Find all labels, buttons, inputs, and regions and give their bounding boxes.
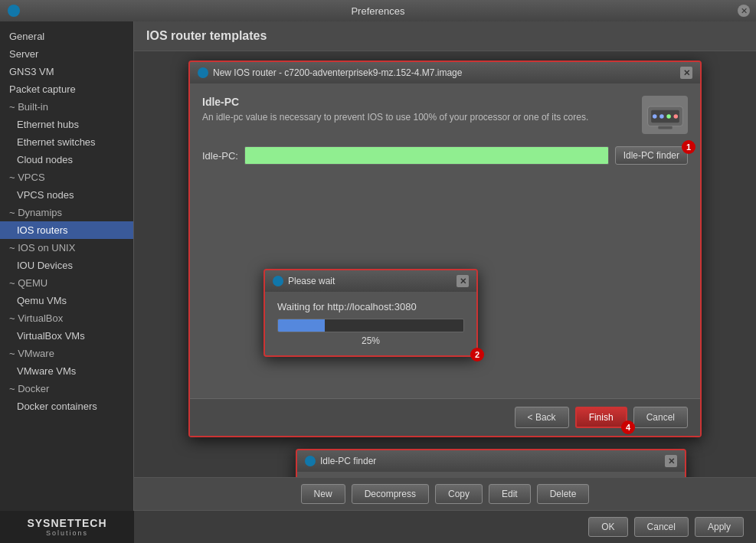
sidebar-item-general[interactable]: General bbox=[0, 28, 133, 45]
logo-area: SYSNETTECH Solutions bbox=[0, 511, 134, 543]
sidebar-item-server[interactable]: Server bbox=[0, 45, 133, 63]
idle-pc-description: An idle-pc value is necessary to prevent… bbox=[202, 111, 633, 124]
ios-router-dialog: New IOS router - c7200-adventerprisek9-m… bbox=[188, 61, 702, 437]
ios-dialog-footer: < Back Finish Cancel 4 bbox=[190, 398, 700, 436]
please-wait-title: Please wait bbox=[288, 276, 335, 286]
app-icon bbox=[8, 5, 20, 17]
sidebar-category-docker: ~ Docker bbox=[0, 380, 133, 397]
idle-pc-input[interactable] bbox=[244, 146, 609, 165]
sidebar-item-qemu-vms[interactable]: Qemu VMs bbox=[0, 292, 133, 309]
step-1-badge: 1 bbox=[682, 140, 695, 154]
decompress-button[interactable]: Decompress bbox=[352, 484, 429, 504]
ios-dialog-titlebar: New IOS router - c7200-adventerprisek9-m… bbox=[190, 62, 700, 83]
sidebar-item-iou-devices[interactable]: IOU Devices bbox=[0, 257, 133, 274]
idle-finder-close[interactable]: ✕ bbox=[665, 455, 677, 467]
idle-pc-label: Idle-PC: bbox=[202, 150, 238, 162]
svg-point-5 bbox=[673, 114, 678, 119]
svg-point-4 bbox=[666, 114, 671, 119]
new-button[interactable]: New bbox=[301, 484, 345, 504]
sidebar-item-virtualbox-vms[interactable]: VirtualBox VMs bbox=[0, 327, 133, 345]
logo-main: SYSNETTECH bbox=[9, 517, 125, 529]
router-svg-icon bbox=[644, 98, 686, 132]
sidebar-category-dynamips: ~ Dynamips bbox=[0, 204, 133, 221]
idle-finder-titlebar: Idle-PC finder ✕ bbox=[297, 450, 685, 472]
progress-bar-fill bbox=[278, 319, 325, 332]
please-wait-icon bbox=[273, 276, 283, 286]
idle-pc-finder-button[interactable]: Idle-PC finder bbox=[615, 146, 688, 165]
please-wait-titlebar: Please wait ✕ bbox=[265, 270, 476, 292]
bottom-action-buttons: OK Cancel Apply bbox=[134, 510, 756, 543]
svg-point-3 bbox=[659, 114, 664, 119]
sidebar-item-packet-capture[interactable]: Packet capture bbox=[0, 80, 133, 98]
sidebar-item-ethernet-hubs[interactable]: Ethernet hubs bbox=[0, 116, 133, 133]
sidebar-item-vmware-vms[interactable]: VMware VMs bbox=[0, 362, 133, 380]
sidebar-category-vpcs: ~ VPCS bbox=[0, 168, 133, 186]
sidebar-item-ethernet-switches[interactable]: Ethernet switches bbox=[0, 133, 133, 151]
sidebar-category-virtualbox: ~ VirtualBox bbox=[0, 309, 133, 327]
cancel-button[interactable]: Cancel bbox=[633, 407, 688, 428]
svg-rect-6 bbox=[658, 126, 672, 129]
back-button[interactable]: < Back bbox=[515, 407, 569, 428]
sidebar-category-qemu: ~ QEMU bbox=[0, 274, 133, 292]
window-close-button[interactable]: ✕ bbox=[738, 5, 750, 17]
sidebar-item-cloud-nodes[interactable]: Cloud nodes bbox=[0, 151, 133, 168]
delete-button[interactable]: Delete bbox=[537, 484, 590, 504]
content-area: IOS router templates New IOS router - c7… bbox=[134, 21, 756, 543]
sidebar-item-docker-containers[interactable]: Docker containers bbox=[0, 397, 133, 415]
svg-point-2 bbox=[653, 114, 657, 119]
idle-finder-title: Idle-PC finder bbox=[320, 456, 376, 466]
main-content: New IOS router - c7200-adventerprisek9-m… bbox=[134, 51, 756, 477]
progress-text: 25% bbox=[277, 335, 464, 346]
ios-dialog-close[interactable]: ✕ bbox=[680, 67, 692, 79]
sidebar-category-ios-unix: ~ IOS on UNIX bbox=[0, 239, 133, 257]
idle-finder-icon bbox=[305, 456, 316, 466]
please-wait-message: Waiting for http://localhost:3080 bbox=[277, 301, 464, 312]
router-image bbox=[642, 96, 688, 134]
copy-button[interactable]: Copy bbox=[435, 484, 483, 504]
title-bar: Preferences ✕ bbox=[0, 0, 756, 21]
sidebar: General Server GNS3 VM Packet capture ~ … bbox=[0, 21, 134, 543]
please-wait-close[interactable]: ✕ bbox=[457, 275, 469, 287]
logo-sub: Solutions bbox=[9, 529, 125, 537]
page-title: IOS router templates bbox=[134, 21, 756, 51]
dialog-icon bbox=[198, 67, 208, 78]
please-wait-dialog: Please wait ✕ Waiting for http://localho… bbox=[263, 269, 478, 357]
ios-dialog-title: New IOS router - c7200-adventerprisek9-m… bbox=[213, 67, 462, 78]
sidebar-item-gns3vm[interactable]: GNS3 VM bbox=[0, 63, 133, 80]
step-4-badge: 4 bbox=[621, 420, 635, 434]
idle-pc-title: Idle-PC bbox=[202, 96, 633, 108]
edit-button[interactable]: Edit bbox=[489, 484, 531, 504]
global-cancel-button[interactable]: Cancel bbox=[634, 517, 689, 537]
apply-button[interactable]: Apply bbox=[695, 517, 744, 537]
window-title: Preferences bbox=[351, 5, 404, 17]
ok-button[interactable]: OK bbox=[588, 517, 627, 537]
bottom-toolbar: New Decompress Copy Edit Delete bbox=[134, 477, 756, 510]
progress-bar bbox=[277, 319, 464, 332]
ios-dialog-body: Idle-PC An idle-pc value is necessary to… bbox=[190, 83, 700, 398]
finish-button[interactable]: Finish bbox=[575, 407, 627, 428]
sidebar-category-built-in: ~ Built-in bbox=[0, 98, 133, 116]
step-2-badge: 2 bbox=[470, 348, 484, 361]
sidebar-category-vmware: ~ VMware bbox=[0, 345, 133, 362]
idle-finder-dialog: Idle-PC finder ✕ i Idle-PC value 0x60189… bbox=[296, 449, 686, 477]
sidebar-item-vpcs-nodes[interactable]: VPCS nodes bbox=[0, 186, 133, 204]
sidebar-item-ios-routers[interactable]: IOS routers bbox=[0, 221, 133, 239]
